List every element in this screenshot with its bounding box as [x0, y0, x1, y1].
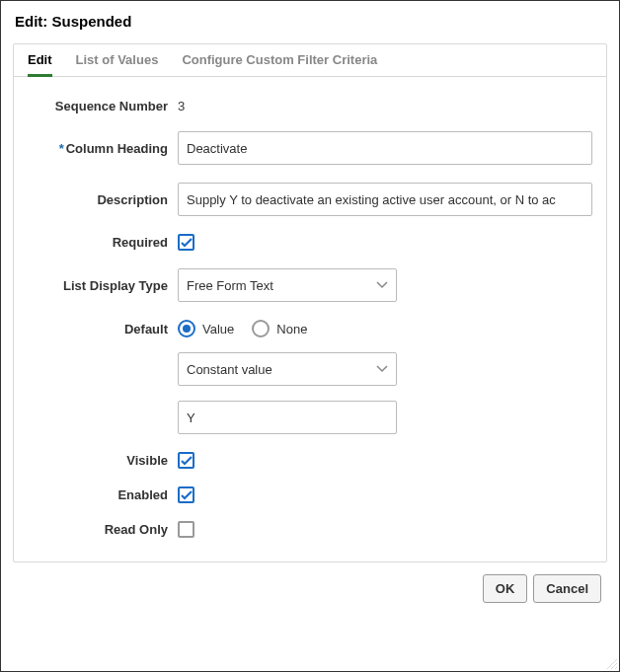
check-icon: [181, 456, 193, 466]
description-input[interactable]: [178, 183, 592, 216]
row-visible: Visible: [28, 452, 592, 469]
label-column-heading: *Column Heading: [28, 141, 178, 156]
row-column-heading: *Column Heading: [28, 131, 592, 165]
visible-checkbox[interactable]: [178, 452, 194, 469]
label-sequence-number: Sequence Number: [28, 99, 178, 113]
value-sequence-number: 3: [178, 99, 185, 113]
label-default: Default: [28, 322, 178, 336]
label-read-only: Read Only: [28, 522, 178, 537]
label-enabled: Enabled: [28, 487, 178, 502]
column-heading-input[interactable]: [178, 131, 592, 165]
default-radio-none[interactable]: None: [252, 320, 307, 337]
label-required: Required: [28, 235, 178, 250]
row-required: Required: [28, 234, 592, 251]
required-checkbox[interactable]: [178, 234, 194, 251]
row-default-type: Constant value: [28, 352, 592, 386]
enabled-checkbox[interactable]: [178, 486, 194, 503]
row-read-only: Read Only: [28, 521, 592, 538]
row-default-value: [28, 401, 592, 434]
dialog-title: Edit: Suspended: [15, 13, 609, 30]
form-area: Sequence Number 3 *Column Heading Descri…: [14, 77, 606, 561]
label-list-display-type: List Display Type: [28, 278, 178, 293]
check-icon: [181, 238, 193, 248]
default-radio-value[interactable]: Value: [178, 320, 234, 337]
row-sequence-number: Sequence Number 3: [28, 99, 592, 113]
default-value-input[interactable]: [178, 401, 397, 434]
list-display-type-select[interactable]: Free Form Text: [178, 268, 397, 302]
dialog-footer: OK Cancel: [11, 562, 609, 607]
tab-bar: Edit List of Values Configure Custom Fil…: [14, 44, 606, 77]
tab-configure-filter[interactable]: Configure Custom Filter Criteria: [182, 44, 377, 77]
row-description: Description: [28, 183, 592, 216]
ok-button[interactable]: OK: [483, 574, 528, 603]
tab-edit[interactable]: Edit: [28, 44, 52, 77]
svg-line-2: [615, 667, 617, 669]
radio-label-none: None: [276, 322, 307, 336]
content-panel: Edit List of Values Configure Custom Fil…: [13, 43, 607, 562]
radio-label-value: Value: [202, 322, 234, 336]
resize-grip-icon[interactable]: [605, 657, 617, 669]
edit-dialog: Edit: Suspended Edit List of Values Conf…: [0, 0, 620, 672]
label-visible: Visible: [28, 453, 178, 468]
row-list-display-type: List Display Type Free Form Text: [28, 268, 592, 302]
row-default: Default Value None: [28, 320, 592, 337]
row-enabled: Enabled: [28, 486, 592, 503]
required-star-icon: *: [59, 141, 64, 156]
tab-list-of-values[interactable]: List of Values: [76, 44, 159, 77]
read-only-checkbox[interactable]: [178, 521, 194, 538]
check-icon: [181, 490, 193, 500]
label-description: Description: [28, 192, 178, 207]
cancel-button[interactable]: Cancel: [533, 574, 601, 603]
default-type-select[interactable]: Constant value: [178, 352, 397, 386]
